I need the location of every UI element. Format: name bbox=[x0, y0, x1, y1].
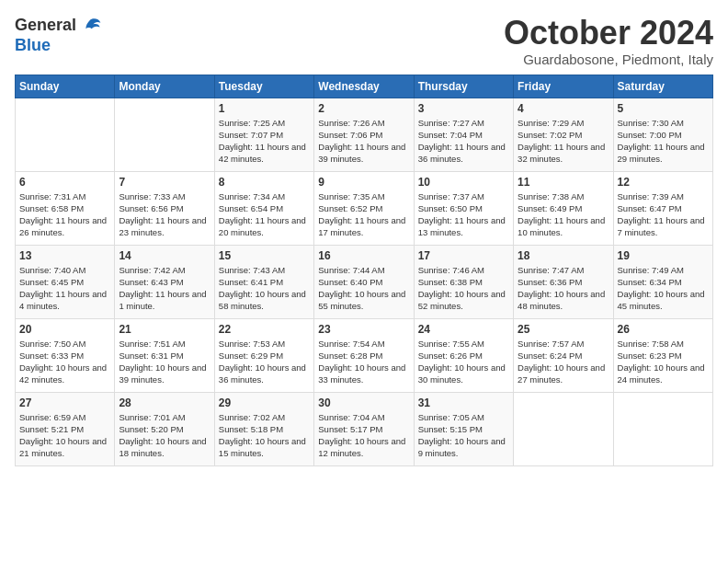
calendar-cell: 10Sunrise: 7:37 AM Sunset: 6:50 PM Dayli… bbox=[414, 171, 513, 245]
location-subtitle: Guardabosone, Piedmont, Italy bbox=[504, 52, 713, 67]
day-number: 10 bbox=[418, 176, 509, 189]
day-number: 11 bbox=[518, 176, 609, 189]
logo-blue-text: Blue bbox=[15, 37, 102, 55]
day-number: 22 bbox=[219, 323, 310, 336]
day-number: 25 bbox=[518, 323, 609, 336]
calendar-cell: 30Sunrise: 7:04 AM Sunset: 5:17 PM Dayli… bbox=[314, 392, 414, 465]
calendar-week-row: 27Sunrise: 6:59 AM Sunset: 5:21 PM Dayli… bbox=[16, 392, 713, 465]
day-number: 14 bbox=[119, 249, 210, 262]
day-info: Sunrise: 7:25 AM Sunset: 7:07 PM Dayligh… bbox=[219, 117, 310, 166]
calendar-cell bbox=[115, 98, 214, 171]
day-info: Sunrise: 7:44 AM Sunset: 6:40 PM Dayligh… bbox=[318, 264, 409, 313]
day-number: 17 bbox=[418, 249, 509, 262]
calendar-cell: 19Sunrise: 7:49 AM Sunset: 6:34 PM Dayli… bbox=[613, 245, 712, 318]
calendar-cell: 12Sunrise: 7:39 AM Sunset: 6:47 PM Dayli… bbox=[613, 171, 712, 245]
day-number: 27 bbox=[19, 396, 110, 409]
calendar-cell: 24Sunrise: 7:55 AM Sunset: 6:26 PM Dayli… bbox=[414, 318, 513, 392]
calendar-week-row: 6Sunrise: 7:31 AM Sunset: 6:58 PM Daylig… bbox=[16, 171, 713, 245]
calendar-cell: 13Sunrise: 7:40 AM Sunset: 6:45 PM Dayli… bbox=[16, 245, 115, 318]
day-info: Sunrise: 7:33 AM Sunset: 6:56 PM Dayligh… bbox=[119, 190, 210, 239]
calendar-cell: 9Sunrise: 7:35 AM Sunset: 6:52 PM Daylig… bbox=[314, 171, 414, 245]
day-info: Sunrise: 7:29 AM Sunset: 7:02 PM Dayligh… bbox=[518, 117, 609, 166]
calendar-cell: 18Sunrise: 7:47 AM Sunset: 6:36 PM Dayli… bbox=[514, 245, 613, 318]
day-number: 5 bbox=[618, 102, 709, 115]
day-number: 15 bbox=[219, 249, 310, 262]
logo-bird-icon bbox=[80, 15, 102, 37]
calendar-cell: 11Sunrise: 7:38 AM Sunset: 6:49 PM Dayli… bbox=[514, 171, 613, 245]
calendar-header-row: SundayMondayTuesdayWednesdayThursdayFrid… bbox=[16, 75, 713, 98]
day-number: 21 bbox=[119, 323, 210, 336]
day-number: 23 bbox=[318, 323, 409, 336]
day-info: Sunrise: 7:39 AM Sunset: 6:47 PM Dayligh… bbox=[618, 190, 709, 239]
day-number: 30 bbox=[318, 396, 409, 409]
calendar-week-row: 1Sunrise: 7:25 AM Sunset: 7:07 PM Daylig… bbox=[16, 98, 713, 171]
calendar-cell: 14Sunrise: 7:42 AM Sunset: 6:43 PM Dayli… bbox=[115, 245, 214, 318]
day-number: 26 bbox=[618, 323, 709, 336]
calendar-cell: 17Sunrise: 7:46 AM Sunset: 6:38 PM Dayli… bbox=[414, 245, 513, 318]
month-title: October 2024 bbox=[504, 15, 713, 52]
calendar-cell: 31Sunrise: 7:05 AM Sunset: 5:15 PM Dayli… bbox=[414, 392, 513, 465]
calendar-cell: 8Sunrise: 7:34 AM Sunset: 6:54 PM Daylig… bbox=[214, 171, 313, 245]
logo-general-text: General bbox=[15, 17, 76, 35]
calendar-week-row: 13Sunrise: 7:40 AM Sunset: 6:45 PM Dayli… bbox=[16, 245, 713, 318]
calendar-cell: 7Sunrise: 7:33 AM Sunset: 6:56 PM Daylig… bbox=[115, 171, 214, 245]
day-number: 3 bbox=[418, 102, 509, 115]
day-number: 6 bbox=[19, 176, 110, 189]
calendar-cell bbox=[613, 392, 712, 465]
day-number: 4 bbox=[518, 102, 609, 115]
day-number: 31 bbox=[418, 396, 509, 409]
calendar-cell: 1Sunrise: 7:25 AM Sunset: 7:07 PM Daylig… bbox=[214, 98, 313, 171]
calendar-cell: 27Sunrise: 6:59 AM Sunset: 5:21 PM Dayli… bbox=[16, 392, 115, 465]
day-number: 16 bbox=[318, 249, 409, 262]
day-number: 12 bbox=[618, 176, 709, 189]
calendar-cell: 26Sunrise: 7:58 AM Sunset: 6:23 PM Dayli… bbox=[613, 318, 712, 392]
day-info: Sunrise: 7:34 AM Sunset: 6:54 PM Dayligh… bbox=[219, 190, 310, 239]
day-number: 8 bbox=[219, 176, 310, 189]
day-number: 7 bbox=[119, 176, 210, 189]
day-number: 28 bbox=[119, 396, 210, 409]
day-info: Sunrise: 6:59 AM Sunset: 5:21 PM Dayligh… bbox=[19, 411, 110, 460]
day-number: 19 bbox=[618, 249, 709, 262]
day-header-sunday: Sunday bbox=[16, 75, 115, 98]
calendar-cell: 15Sunrise: 7:43 AM Sunset: 6:41 PM Dayli… bbox=[214, 245, 313, 318]
day-number: 29 bbox=[219, 396, 310, 409]
day-info: Sunrise: 7:26 AM Sunset: 7:06 PM Dayligh… bbox=[318, 117, 409, 166]
calendar-cell: 5Sunrise: 7:30 AM Sunset: 7:00 PM Daylig… bbox=[613, 98, 712, 171]
logo: General Blue bbox=[15, 15, 102, 55]
calendar-cell: 2Sunrise: 7:26 AM Sunset: 7:06 PM Daylig… bbox=[314, 98, 414, 171]
calendar-cell: 4Sunrise: 7:29 AM Sunset: 7:02 PM Daylig… bbox=[514, 98, 613, 171]
day-info: Sunrise: 7:57 AM Sunset: 6:24 PM Dayligh… bbox=[518, 338, 609, 386]
day-header-tuesday: Tuesday bbox=[214, 75, 313, 98]
day-info: Sunrise: 7:49 AM Sunset: 6:34 PM Dayligh… bbox=[618, 264, 709, 313]
day-info: Sunrise: 7:35 AM Sunset: 6:52 PM Dayligh… bbox=[318, 190, 409, 239]
day-info: Sunrise: 7:50 AM Sunset: 6:33 PM Dayligh… bbox=[19, 338, 110, 386]
day-number: 24 bbox=[418, 323, 509, 336]
day-info: Sunrise: 7:01 AM Sunset: 5:20 PM Dayligh… bbox=[119, 411, 210, 460]
calendar-cell: 29Sunrise: 7:02 AM Sunset: 5:18 PM Dayli… bbox=[214, 392, 313, 465]
day-info: Sunrise: 7:30 AM Sunset: 7:00 PM Dayligh… bbox=[618, 117, 709, 166]
day-info: Sunrise: 7:55 AM Sunset: 6:26 PM Dayligh… bbox=[418, 338, 509, 386]
calendar-cell: 16Sunrise: 7:44 AM Sunset: 6:40 PM Dayli… bbox=[314, 245, 414, 318]
day-info: Sunrise: 7:43 AM Sunset: 6:41 PM Dayligh… bbox=[219, 264, 310, 313]
day-number: 20 bbox=[19, 323, 110, 336]
day-header-saturday: Saturday bbox=[613, 75, 712, 98]
day-number: 13 bbox=[19, 249, 110, 262]
day-info: Sunrise: 7:53 AM Sunset: 6:29 PM Dayligh… bbox=[219, 338, 310, 386]
day-info: Sunrise: 7:02 AM Sunset: 5:18 PM Dayligh… bbox=[219, 411, 310, 460]
day-info: Sunrise: 7:51 AM Sunset: 6:31 PM Dayligh… bbox=[119, 338, 210, 386]
calendar-cell: 6Sunrise: 7:31 AM Sunset: 6:58 PM Daylig… bbox=[16, 171, 115, 245]
calendar-cell bbox=[514, 392, 613, 465]
calendar-cell: 3Sunrise: 7:27 AM Sunset: 7:04 PM Daylig… bbox=[414, 98, 513, 171]
day-info: Sunrise: 7:05 AM Sunset: 5:15 PM Dayligh… bbox=[418, 411, 509, 460]
day-info: Sunrise: 7:47 AM Sunset: 6:36 PM Dayligh… bbox=[518, 264, 609, 313]
day-header-friday: Friday bbox=[514, 75, 613, 98]
calendar-cell: 23Sunrise: 7:54 AM Sunset: 6:28 PM Dayli… bbox=[314, 318, 414, 392]
day-header-wednesday: Wednesday bbox=[314, 75, 414, 98]
day-info: Sunrise: 7:40 AM Sunset: 6:45 PM Dayligh… bbox=[19, 264, 110, 313]
day-number: 18 bbox=[518, 249, 609, 262]
day-info: Sunrise: 7:31 AM Sunset: 6:58 PM Dayligh… bbox=[19, 190, 110, 239]
calendar-cell bbox=[16, 98, 115, 171]
calendar-cell: 20Sunrise: 7:50 AM Sunset: 6:33 PM Dayli… bbox=[16, 318, 115, 392]
day-info: Sunrise: 7:46 AM Sunset: 6:38 PM Dayligh… bbox=[418, 264, 509, 313]
day-number: 1 bbox=[219, 102, 310, 115]
